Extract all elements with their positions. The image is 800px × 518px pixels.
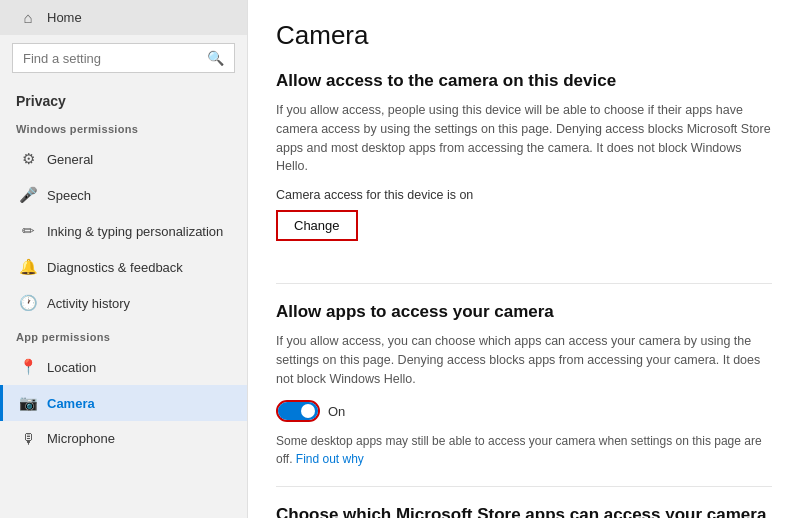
camera-toggle[interactable]	[276, 400, 320, 422]
search-box: 🔍	[12, 43, 235, 73]
note-text: Some desktop apps may still be able to a…	[276, 432, 772, 468]
sidebar-item-diagnostics[interactable]: 🔔 Diagnostics & feedback	[0, 249, 247, 285]
inking-icon: ✏	[19, 222, 37, 240]
divider2	[276, 486, 772, 487]
sidebar-item-camera[interactable]: 📷 Camera	[0, 385, 247, 421]
sidebar-item-label: Diagnostics & feedback	[47, 260, 183, 275]
find-out-why-link[interactable]: Find out why	[296, 452, 364, 466]
sidebar-item-label: Inking & typing personalization	[47, 224, 223, 239]
sidebar-item-label: Microphone	[47, 431, 115, 446]
home-label: Home	[47, 10, 82, 25]
sidebar-item-label: Location	[47, 360, 96, 375]
camera-icon: 📷	[19, 394, 37, 412]
section1-title: Allow access to the camera on this devic…	[276, 71, 772, 91]
sidebar-item-label: Speech	[47, 188, 91, 203]
sidebar-item-inking[interactable]: ✏ Inking & typing personalization	[0, 213, 247, 249]
sidebar-item-label: General	[47, 152, 93, 167]
privacy-label: Privacy	[0, 85, 247, 113]
sidebar-item-home[interactable]: ⌂ Home	[0, 0, 247, 35]
activity-icon: 🕐	[19, 294, 37, 312]
sidebar-item-label: Activity history	[47, 296, 130, 311]
sidebar-item-label: Camera	[47, 396, 95, 411]
sidebar-item-activity[interactable]: 🕐 Activity history	[0, 285, 247, 321]
change-button[interactable]: Change	[276, 210, 358, 241]
sidebar-item-general[interactable]: ⚙ General	[0, 141, 247, 177]
toggle-row: On	[276, 400, 772, 422]
section3-title: Choose which Microsoft Store apps can ac…	[276, 505, 772, 518]
sidebar-item-location[interactable]: 📍 Location	[0, 349, 247, 385]
camera-access-status: Camera access for this device is on	[276, 188, 772, 202]
microphone-icon: 🎙	[19, 430, 37, 447]
general-icon: ⚙	[19, 150, 37, 168]
search-input[interactable]	[23, 51, 207, 66]
sidebar-item-speech[interactable]: 🎤 Speech	[0, 177, 247, 213]
toggle-label: On	[328, 404, 345, 419]
home-icon: ⌂	[19, 9, 37, 26]
sidebar-item-microphone[interactable]: 🎙 Microphone	[0, 421, 247, 456]
page-title: Camera	[276, 20, 772, 51]
main-content: Camera Allow access to the camera on thi…	[248, 0, 800, 518]
section1-description: If you allow access, people using this d…	[276, 101, 772, 176]
windows-permissions-label: Windows permissions	[0, 113, 247, 141]
search-icon: 🔍	[207, 50, 224, 66]
section2-title: Allow apps to access your camera	[276, 302, 772, 322]
divider1	[276, 283, 772, 284]
speech-icon: 🎤	[19, 186, 37, 204]
app-permissions-label: App permissions	[0, 321, 247, 349]
location-icon: 📍	[19, 358, 37, 376]
sidebar: ⌂ Home 🔍 Privacy Windows permissions ⚙ G…	[0, 0, 248, 518]
diagnostics-icon: 🔔	[19, 258, 37, 276]
section2-description: If you allow access, you can choose whic…	[276, 332, 772, 388]
